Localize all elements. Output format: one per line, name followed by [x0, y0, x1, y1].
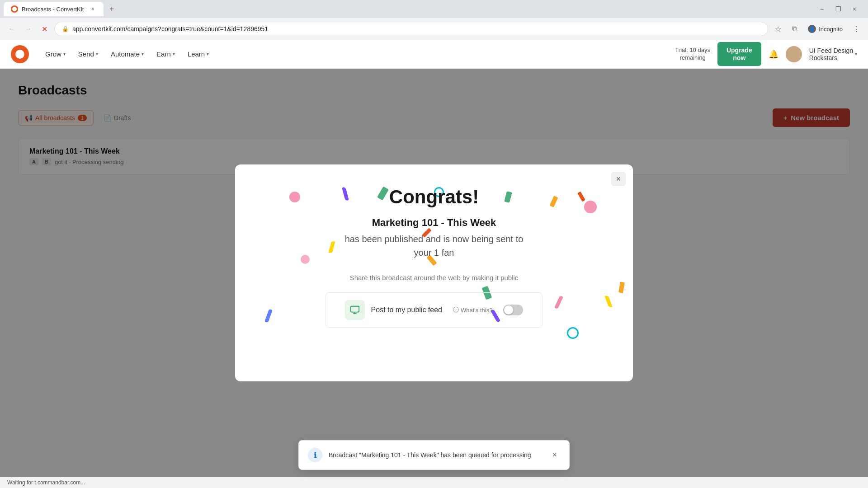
svg-rect-0: [350, 306, 359, 312]
tab-close-btn[interactable]: ×: [89, 5, 96, 13]
public-feed-toggle[interactable]: [503, 305, 523, 315]
chevron-down-icon: ▾: [207, 52, 209, 56]
main-nav: Grow ▾ Send ▾ Automate ▾ Earn ▾ Learn: [40, 47, 675, 61]
modal-overlay: × Congrats! Marketing 101 - This Week ha…: [0, 69, 868, 477]
forward-btn[interactable]: →: [22, 23, 34, 35]
modal-broadcast-name: Marketing 101 - This Week: [257, 217, 611, 229]
toast-notification: ℹ Broadcast "Marketing 101 - This Week" …: [298, 440, 570, 470]
nav-earn[interactable]: Earn ▾: [151, 47, 180, 61]
window-close-btn[interactable]: ×: [848, 3, 861, 15]
lock-icon: 🔒: [62, 26, 69, 32]
maximize-btn[interactable]: ❐: [832, 3, 844, 15]
app-container: Grow ▾ Send ▾ Automate ▾ Earn ▾ Learn: [0, 40, 868, 477]
incognito-label: Incognito: [819, 26, 843, 33]
bell-icon[interactable]: 🔔: [769, 49, 778, 59]
incognito-avatar: 👤: [808, 25, 816, 33]
new-tab-btn[interactable]: +: [105, 3, 118, 15]
info-icon: ⓘ: [453, 306, 459, 314]
minimize-btn[interactable]: −: [816, 3, 828, 15]
nav-learn[interactable]: Learn ▾: [182, 47, 214, 61]
status-bar: Waiting for t.commandbar.com...: [0, 477, 868, 488]
upgrade-button[interactable]: Upgrade now: [717, 42, 761, 66]
public-feed-row: Post to my public feed ⓘ What's this?: [326, 292, 542, 328]
whats-this-link[interactable]: ⓘ What's this?: [453, 306, 492, 314]
browser-tab[interactable]: Broadcasts - ConvertKit ×: [4, 2, 104, 16]
bookmark-icon[interactable]: ☆: [772, 23, 784, 35]
user-info[interactable]: UI Feed DesignRockstars ▾: [809, 47, 857, 61]
tab-favicon: [11, 5, 18, 13]
status-text: Waiting for t.commandbar.com...: [7, 479, 85, 486]
browser-titlebar: Broadcasts - ConvertKit × + − ❐ ×: [0, 0, 868, 18]
menu-icon[interactable]: ⋮: [850, 23, 863, 35]
address-bar[interactable]: 🔒 app.convertkit.com/campaigns?congrats=…: [54, 22, 768, 36]
modal-body: Congrats! Marketing 101 - This Week has …: [257, 186, 611, 328]
confetti: [567, 327, 579, 339]
toast-info-icon: ℹ: [308, 448, 322, 462]
whats-this-text: What's this?: [461, 307, 492, 314]
incognito-btn[interactable]: 👤 Incognito: [804, 22, 846, 36]
tab-title: Broadcasts - ConvertKit: [22, 6, 84, 13]
public-feed-left: Post to my public feed: [345, 300, 442, 320]
reload-stop-btn[interactable]: ✕: [38, 23, 51, 35]
page-content: Broadcasts 📢 All broadcasts 1 📄 Drafts +: [0, 69, 868, 477]
modal-share-text: Share this broadcast around the web by m…: [257, 274, 611, 282]
address-text: app.convertkit.com/campaigns?congrats=tr…: [72, 25, 760, 33]
modal-broadcast-desc: has been published and is now being sent…: [257, 232, 611, 259]
congrats-title: Congrats!: [257, 186, 611, 208]
nav-actions: ☆ ⧉ 👤 Incognito ⋮: [772, 22, 863, 36]
nav-send[interactable]: Send ▾: [73, 47, 104, 61]
trial-text: Trial: 10 daysremaining: [675, 47, 710, 62]
user-name: UI Feed DesignRockstars: [809, 47, 853, 61]
chevron-down-icon: ▾: [63, 52, 66, 56]
toast-close-btn[interactable]: ×: [549, 450, 560, 460]
chevron-down-icon: ▾: [142, 52, 144, 56]
confetti: [618, 282, 625, 293]
header-right: Trial: 10 daysremaining Upgrade now 🔔 UI…: [675, 42, 857, 66]
user-avatar[interactable]: [786, 46, 802, 62]
toggle-knob: [504, 305, 513, 314]
feed-icon: [345, 300, 365, 320]
extensions-icon[interactable]: ⧉: [788, 23, 801, 35]
toast-message: Broadcast "Marketing 101 - This Week" ha…: [329, 451, 543, 459]
modal-close-button[interactable]: ×: [611, 172, 626, 186]
congrats-modal: × Congrats! Marketing 101 - This Week ha…: [235, 164, 633, 381]
nav-grow[interactable]: Grow ▾: [40, 47, 71, 61]
browser-navbar: ← → ✕ 🔒 app.convertkit.com/campaigns?con…: [0, 18, 868, 40]
chevron-down-icon: ▾: [96, 52, 98, 56]
back-btn[interactable]: ←: [5, 23, 18, 35]
user-menu-chevron[interactable]: ▾: [855, 52, 857, 56]
logo[interactable]: [11, 45, 29, 63]
logo-inner: [15, 50, 24, 59]
app-header: Grow ▾ Send ▾ Automate ▾ Earn ▾ Learn: [0, 40, 868, 69]
chevron-down-icon: ▾: [173, 52, 175, 56]
nav-automate[interactable]: Automate ▾: [105, 47, 149, 61]
feed-label: Post to my public feed: [371, 306, 442, 314]
